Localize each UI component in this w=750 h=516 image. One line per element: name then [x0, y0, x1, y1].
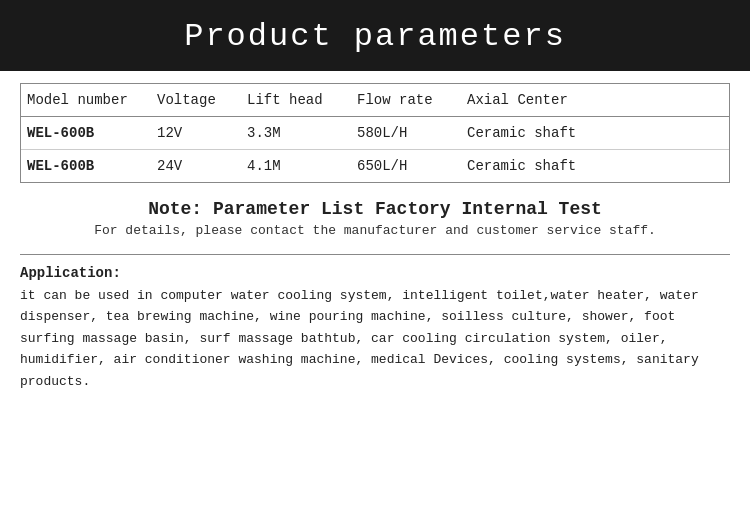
row1-axial: Ceramic shaft [467, 125, 687, 141]
row2-voltage: 24V [157, 158, 247, 174]
table-row: WEL-600B 12V 3.3M 580L/H Ceramic shaft [21, 117, 729, 150]
parameters-table: Model number Voltage Lift head Flow rate… [20, 83, 730, 183]
col-header-flow: Flow rate [357, 92, 467, 108]
header-section: Product parameters [0, 0, 750, 71]
row1-flow: 580L/H [357, 125, 467, 141]
note-detail: For details, please contact the manufact… [20, 223, 730, 238]
application-section: Application: it can be used in computer … [20, 254, 730, 392]
col-header-voltage: Voltage [157, 92, 247, 108]
col-header-model: Model number [27, 92, 157, 108]
row1-lift: 3.3M [247, 125, 357, 141]
application-title: Application: [20, 265, 730, 281]
page-wrapper: Product parameters Model number Voltage … [0, 0, 750, 516]
page-title: Product parameters [20, 18, 730, 55]
col-header-axial: Axial Center [467, 92, 687, 108]
table-row: WEL-600B 24V 4.1M 650L/H Ceramic shaft [21, 150, 729, 182]
table-header-row: Model number Voltage Lift head Flow rate… [21, 84, 729, 117]
note-section: Note: Parameter List Factory Internal Te… [20, 199, 730, 238]
row1-voltage: 12V [157, 125, 247, 141]
row1-model: WEL-600B [27, 125, 157, 141]
application-body: it can be used in computer water cooling… [20, 285, 730, 392]
row2-lift: 4.1M [247, 158, 357, 174]
content-section: Model number Voltage Lift head Flow rate… [0, 71, 750, 516]
row2-flow: 650L/H [357, 158, 467, 174]
row2-axial: Ceramic shaft [467, 158, 687, 174]
note-title: Note: Parameter List Factory Internal Te… [20, 199, 730, 219]
col-header-lift: Lift head [247, 92, 357, 108]
row2-model: WEL-600B [27, 158, 157, 174]
